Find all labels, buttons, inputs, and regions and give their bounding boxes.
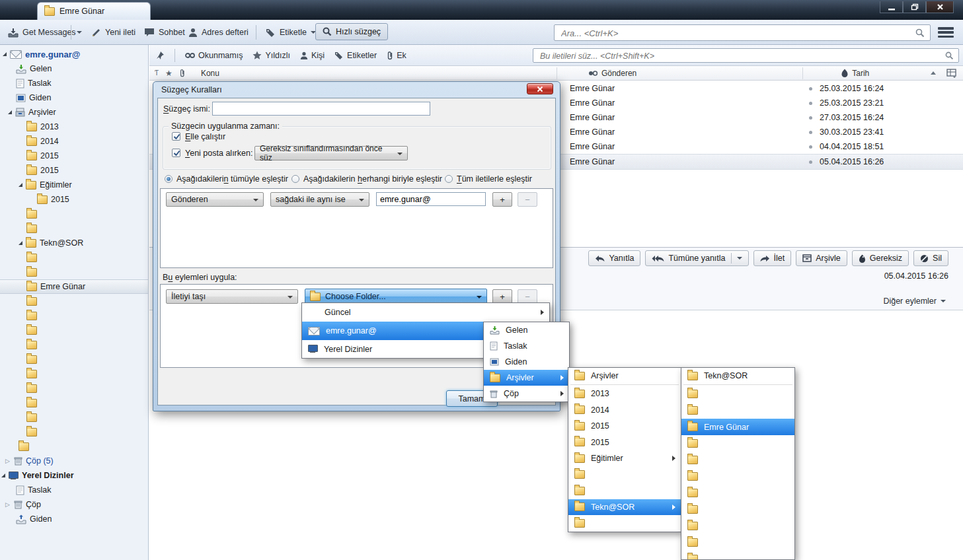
delete-button[interactable]: Sil <box>913 250 948 266</box>
match-any-radio[interactable] <box>291 175 299 183</box>
filter-starred-button[interactable]: Yıldızlı <box>252 51 290 60</box>
attachment-column-icon[interactable] <box>179 69 185 77</box>
message-filter-input[interactable] <box>539 50 931 62</box>
add-action-button[interactable]: + <box>492 289 512 304</box>
sidebar-item-folder[interactable] <box>0 439 148 454</box>
menu-item-teknsor[interactable]: Tekn@SOR <box>568 499 681 516</box>
menu-item-gelen[interactable]: Gelen <box>484 322 569 338</box>
column-divider[interactable] <box>557 67 557 79</box>
junk-status-dot[interactable] <box>809 131 812 134</box>
twisty-expanded-icon[interactable] <box>19 183 22 187</box>
menu-item-folder[interactable] <box>568 483 681 499</box>
get-messages-dropdown[interactable] <box>74 24 85 40</box>
new-mail-checkbox[interactable] <box>172 149 180 157</box>
menu-item-arsivler[interactable]: Arşivler <box>484 370 569 386</box>
remove-action-button[interactable]: − <box>518 289 537 304</box>
chat-button[interactable]: Sohbet <box>141 24 188 40</box>
sidebar-item-cop-local[interactable]: ▷ Çöp <box>0 497 148 512</box>
sidebar-item-gelen[interactable]: Gelen <box>0 61 148 76</box>
add-condition-button[interactable]: + <box>492 192 512 207</box>
sidebar-item-yerel-dizinler[interactable]: Yerel Dizinler <box>0 468 148 483</box>
menu-item-folder[interactable] <box>681 468 794 485</box>
reply-button[interactable]: Yanıtla <box>588 250 640 266</box>
menu-item-folder[interactable] <box>681 402 794 419</box>
sidebar-item-folder[interactable] <box>0 207 148 221</box>
chevron-down-icon[interactable] <box>737 257 742 260</box>
junk-status-dot[interactable] <box>809 145 812 149</box>
menu-item-emre-gunar[interactable]: Emre Günar <box>681 419 794 435</box>
sidebar-item-2014[interactable]: 2014 <box>0 134 148 149</box>
junk-status-dot[interactable] <box>809 87 812 90</box>
thread-column-icon[interactable]: Ƭ <box>155 69 159 77</box>
menu-item-giden[interactable]: Giden <box>484 354 569 370</box>
filter-attachment-button[interactable]: Ek <box>387 51 406 60</box>
twisty-collapsed-icon[interactable]: ▷ <box>5 458 11 464</box>
sidebar-item-folder[interactable] <box>0 337 148 352</box>
junk-status-dot[interactable] <box>809 102 812 105</box>
minimize-button[interactable] <box>880 1 903 13</box>
sidebar-item-egitimler-2015[interactable]: 2015 <box>0 192 148 207</box>
menu-item-2015b[interactable]: 2015 <box>568 435 681 451</box>
sidebar-item-folder[interactable] <box>0 308 148 323</box>
remove-condition-button[interactable]: − <box>518 192 537 207</box>
menu-item-2015[interactable]: 2015 <box>568 418 681 435</box>
menu-item-2013[interactable]: 2013 <box>568 386 681 402</box>
junk-filter-combobox[interactable]: Gereksiz sınıflandırmasından önce süz <box>254 146 408 160</box>
twisty-expanded-icon[interactable] <box>19 241 22 245</box>
star-column-icon[interactable]: ★ <box>165 69 173 78</box>
pin-icon[interactable] <box>156 51 165 60</box>
sidebar-item-teknsor[interactable]: Tekn@SOR <box>0 236 148 250</box>
sidebar-item-folder[interactable] <box>0 396 148 410</box>
menu-item-folder[interactable] <box>681 501 794 518</box>
menu-item-egitimler[interactable]: Eğitimler <box>568 450 681 467</box>
close-button[interactable] <box>926 1 954 13</box>
twisty-expanded-icon[interactable] <box>1 473 5 477</box>
junk-status-dot[interactable] <box>809 116 812 120</box>
match-all-radio[interactable] <box>165 175 173 183</box>
twisty-expanded-icon[interactable] <box>8 110 12 114</box>
sidebar-item-egitimler[interactable]: Eğitimler <box>0 178 148 192</box>
get-messages-button[interactable]: Get Messages <box>5 24 79 40</box>
menu-item-folder[interactable] <box>681 534 794 551</box>
reply-all-button[interactable]: Tümüne yanıtla <box>645 250 748 266</box>
menu-item-taslak[interactable]: Taslak <box>484 338 569 354</box>
sidebar-item-folder[interactable] <box>0 265 148 279</box>
global-search-input[interactable] <box>560 26 906 40</box>
tag-button[interactable]: Etiketle <box>263 24 319 40</box>
menu-item-folder[interactable] <box>681 435 794 452</box>
condition-field-combobox[interactable]: Gönderen <box>166 192 264 207</box>
restore-button[interactable] <box>903 1 926 13</box>
junk-status-dot[interactable] <box>809 160 812 164</box>
sidebar-item-folder[interactable] <box>0 294 148 308</box>
sidebar-item-cop[interactable]: ▷ Çöp (5) <box>0 454 148 468</box>
condition-op-combobox[interactable]: sağdaki ile aynı ise <box>270 192 369 207</box>
menu-item-folder[interactable] <box>681 518 794 534</box>
sidebar-item-folder[interactable] <box>0 425 148 439</box>
menu-item-teknsor-header[interactable]: Tekn@SOR <box>681 368 794 384</box>
sidebar-item-folder[interactable] <box>0 381 148 396</box>
sidebar-item-emre-gunar-selected[interactable]: Emre Günar <box>0 279 148 294</box>
column-gonderen[interactable]: Gönderen <box>601 69 636 78</box>
match-every-radio[interactable] <box>445 175 453 183</box>
sidebar-item-taslak-local[interactable]: Taslak <box>0 483 148 497</box>
filter-name-input[interactable] <box>212 102 430 116</box>
menu-item-folder[interactable] <box>681 551 794 560</box>
new-message-button[interactable]: Yeni ileti <box>89 24 138 40</box>
other-actions-button[interactable]: Diğer eylemler <box>883 297 946 306</box>
sidebar-item-giden[interactable]: Giden <box>0 90 148 105</box>
sidebar-item-folder[interactable] <box>0 352 148 367</box>
sidebar-item-2015[interactable]: 2015 <box>0 149 148 163</box>
archive-button[interactable]: Arşivle <box>796 250 847 266</box>
column-picker-icon[interactable] <box>946 69 956 78</box>
menu-item-guncel[interactable]: Güncel <box>302 303 549 322</box>
menu-item-folder[interactable] <box>568 515 681 532</box>
action-type-combobox[interactable]: İletiyi taşı <box>166 289 298 304</box>
sidebar-item-folder[interactable] <box>0 221 148 236</box>
sidebar-item-folder[interactable] <box>0 410 148 425</box>
menu-item-folder[interactable] <box>568 467 681 483</box>
column-konu[interactable]: Konu <box>201 69 219 78</box>
quick-filter-toggle-button[interactable]: Hızlı süzgeç <box>315 23 388 40</box>
filter-contact-button[interactable]: Kişi <box>300 51 325 60</box>
sidebar-item-2015b[interactable]: 2015 <box>0 163 148 178</box>
sidebar-item-arsivler[interactable]: Arşivler <box>0 105 148 120</box>
